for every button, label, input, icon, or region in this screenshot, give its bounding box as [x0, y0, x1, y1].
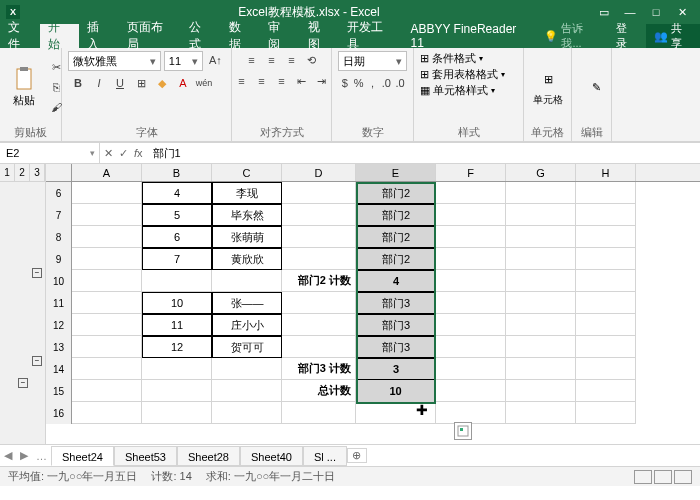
cell[interactable]: 毕东然 [212, 204, 282, 226]
cell[interactable]: 4 [142, 182, 212, 204]
sheet-tab-4[interactable]: Sheet40 [240, 446, 303, 466]
cell[interactable] [576, 270, 636, 292]
cell[interactable] [282, 248, 356, 270]
cells-button[interactable]: ⊞单元格 [530, 65, 566, 109]
row-header[interactable]: 14 [46, 358, 72, 380]
indent-inc[interactable]: ⇥ [312, 72, 332, 90]
outline-level-1[interactable]: 1 [0, 164, 15, 181]
col-D[interactable]: D [282, 164, 356, 181]
font-color[interactable]: A [173, 74, 193, 92]
cell[interactable] [506, 292, 576, 314]
cell[interactable] [436, 226, 506, 248]
cell[interactable] [72, 314, 142, 336]
cell[interactable] [72, 204, 142, 226]
cell[interactable] [436, 292, 506, 314]
cell[interactable] [282, 314, 356, 336]
ribbon-options-icon[interactable]: ▭ [592, 6, 616, 19]
tab-formula[interactable]: 公式 [181, 24, 221, 48]
percent[interactable]: % [352, 74, 366, 92]
sheet-tab-1[interactable]: Sheet24 [51, 446, 114, 466]
cell[interactable] [72, 292, 142, 314]
collapse-grand[interactable]: − [18, 378, 28, 388]
tab-abbyy[interactable]: ABBYY FineReader 11 [402, 24, 538, 48]
cell[interactable]: 部门3 [356, 336, 436, 358]
sheet-nav-prev[interactable]: ◀ [0, 449, 16, 462]
cell[interactable] [576, 204, 636, 226]
cell[interactable] [356, 402, 436, 424]
cell[interactable]: 部门3 计数 [282, 358, 356, 380]
cell[interactable] [72, 182, 142, 204]
row-header[interactable]: 7 [46, 204, 72, 226]
fx-button[interactable]: fx [134, 147, 143, 159]
view-pagelayout[interactable] [654, 470, 672, 484]
inc-decimal[interactable]: .0 [379, 74, 393, 92]
cell[interactable]: 10 [356, 380, 436, 402]
align-right[interactable]: ≡ [272, 72, 292, 90]
view-pagebreak[interactable] [674, 470, 692, 484]
col-G[interactable]: G [506, 164, 576, 181]
cell[interactable] [506, 204, 576, 226]
cell[interactable] [72, 402, 142, 424]
cell[interactable] [282, 226, 356, 248]
align-center[interactable]: ≡ [252, 72, 272, 90]
add-sheet-button[interactable]: ⊕ [347, 448, 367, 463]
cell[interactable] [72, 248, 142, 270]
cell[interactable] [576, 314, 636, 336]
tab-file[interactable]: 文件 [0, 24, 40, 48]
increase-font[interactable]: A↑ [206, 51, 225, 69]
cell[interactable] [282, 292, 356, 314]
bold-button[interactable]: B [68, 74, 88, 92]
cell[interactable] [282, 402, 356, 424]
tab-data[interactable]: 数据 [221, 24, 261, 48]
cell[interactable] [506, 402, 576, 424]
collapse-group-1[interactable]: − [32, 268, 42, 278]
cell[interactable] [576, 336, 636, 358]
col-B[interactable]: B [142, 164, 212, 181]
cell[interactable] [506, 336, 576, 358]
col-A[interactable]: A [72, 164, 142, 181]
row-header[interactable]: 6 [46, 182, 72, 204]
tab-home[interactable]: 开始 [40, 24, 80, 48]
view-normal[interactable] [634, 470, 652, 484]
login-button[interactable]: 登录 [608, 21, 646, 51]
cell[interactable]: 5 [142, 204, 212, 226]
cell[interactable]: 部门2 [356, 204, 436, 226]
cell[interactable]: 部门2 [356, 226, 436, 248]
row-header[interactable]: 16 [46, 402, 72, 424]
cell[interactable] [72, 380, 142, 402]
sheet-tab-2[interactable]: Sheet53 [114, 446, 177, 466]
cell[interactable]: 3 [356, 358, 436, 380]
cell[interactable]: 总计数 [282, 380, 356, 402]
cell[interactable] [282, 182, 356, 204]
sheet-tab-5[interactable]: Sl ... [303, 446, 347, 466]
cell[interactable] [72, 270, 142, 292]
paste-options-button[interactable] [454, 422, 472, 440]
cell[interactable] [576, 226, 636, 248]
tab-review[interactable]: 审阅 [260, 24, 300, 48]
cell[interactable] [142, 402, 212, 424]
cell[interactable] [506, 270, 576, 292]
border-button[interactable]: ⊞ [131, 74, 151, 92]
cell[interactable] [282, 336, 356, 358]
outline-level-2[interactable]: 2 [15, 164, 30, 181]
cell[interactable] [212, 358, 282, 380]
col-C[interactable]: C [212, 164, 282, 181]
sheet-nav-more[interactable]: … [32, 450, 51, 462]
cell[interactable] [436, 182, 506, 204]
row-header[interactable]: 8 [46, 226, 72, 248]
tab-dev[interactable]: 开发工具 [339, 24, 402, 48]
maximize-button[interactable]: □ [644, 6, 668, 19]
number-format-combo[interactable]: 日期▾ [338, 51, 407, 71]
name-box[interactable]: E2▾ [0, 143, 100, 163]
cell[interactable]: 部门3 [356, 314, 436, 336]
row-header[interactable]: 12 [46, 314, 72, 336]
row-header[interactable]: 9 [46, 248, 72, 270]
cell[interactable]: 7 [142, 248, 212, 270]
align-top[interactable]: ≡ [242, 51, 262, 69]
col-F[interactable]: F [436, 164, 506, 181]
cell[interactable] [436, 270, 506, 292]
currency[interactable]: $ [338, 74, 352, 92]
cell[interactable] [506, 314, 576, 336]
cell[interactable] [282, 204, 356, 226]
select-all[interactable] [46, 164, 72, 181]
